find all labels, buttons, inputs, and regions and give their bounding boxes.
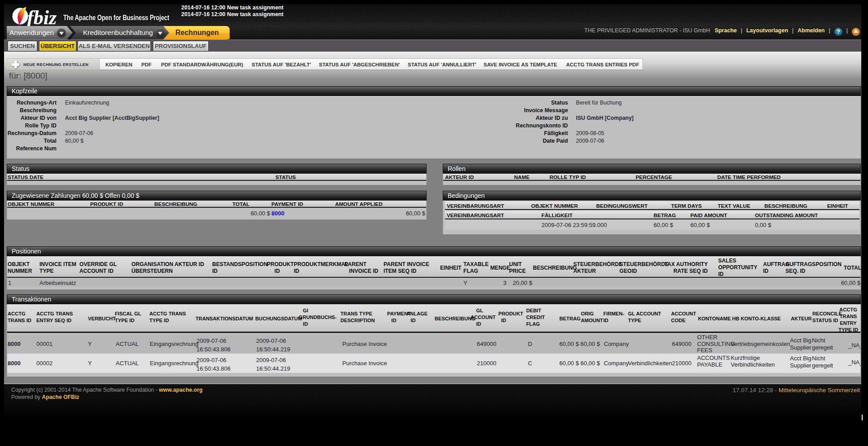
svg-text:fbiz: fbiz bbox=[27, 7, 57, 28]
